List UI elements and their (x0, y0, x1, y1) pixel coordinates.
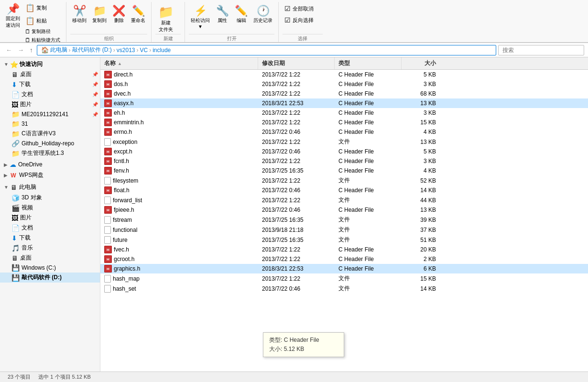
file-type: 文件 (335, 235, 402, 244)
table-row[interactable]: H fenv.h 2013/7/25 16:35C Header File4 K… (100, 166, 588, 175)
table-row[interactable]: hash_map 2013/7/22 1:22文件15 KB (100, 273, 588, 284)
select-all-button[interactable]: ☑全部取消 (283, 4, 323, 13)
sidebar-item-desktop2[interactable]: 🖥 桌面 (0, 253, 100, 263)
sidebar-item-quickaccess[interactable]: ▼ ⭐ 快速访问 (0, 59, 100, 69)
paste-button[interactable]: 📋粘贴 (23, 15, 62, 27)
new-folder-button[interactable]: 📁新建文件夹 (155, 4, 176, 34)
table-row[interactable]: future 2013/7/25 16:35文件51 KB (100, 235, 588, 245)
file-type: 文件 (335, 284, 402, 293)
file-size: 4 KB (402, 128, 440, 136)
table-row[interactable]: H fvec.h 2013/7/22 1:22C Header File20 K… (100, 245, 588, 254)
file-name: float.h (114, 187, 130, 194)
file-size: 3 KB (402, 109, 440, 117)
copy-button[interactable]: 📋复制 (23, 2, 62, 14)
table-row[interactable]: filesystem 2013/7/22 1:22文件52 KB (100, 175, 588, 186)
nav-back-button[interactable]: ← (4, 45, 14, 55)
table-row[interactable]: H float.h 2013/7/22 0:46C Header File14 … (100, 186, 588, 195)
sidebar-item-video[interactable]: 🎬 视频 (0, 203, 100, 213)
sidebar-item-daqimad[interactable]: 💾 敲代码软件 (D:) (0, 273, 100, 283)
sidebar-thispc-label: 此电脑 (19, 183, 36, 191)
file-date: 2013/7/22 1:22 (258, 109, 335, 117)
pin-button[interactable]: 📌 固定到速访问 (4, 2, 22, 30)
file-type: 文件 (335, 176, 402, 185)
paste-shortcut-button[interactable]: 🗒粘贴快捷方式 (23, 36, 62, 43)
table-row[interactable]: H excpt.h 2013/7/22 0:46C Header File5 K… (100, 147, 588, 156)
sidebar-item-downloads[interactable]: ⬇ 下载 📌 (0, 79, 100, 89)
table-row[interactable]: H dvec.h 2013/7/22 1:22C Header File68 K… (100, 89, 588, 98)
address-path[interactable]: 🏠 此电脑 › 敲代码软件 (D:) › vs2013 › VC › inclu… (37, 45, 497, 55)
copy-to-button[interactable]: 📁复制到 (90, 4, 109, 25)
quickaccess-icon: ⭐ (10, 61, 18, 68)
table-row[interactable]: H graphics.h 2018/3/21 22:53C Header Fil… (100, 264, 588, 273)
addr-vc[interactable]: VC (140, 47, 148, 54)
col-header-date[interactable]: 修改日期 (258, 57, 335, 69)
sidebar-item-github[interactable]: 🔗 Github_Holiday-repo (0, 139, 100, 148)
file-name: functional (113, 227, 137, 233)
delete-button[interactable]: ❌删除 (110, 4, 127, 25)
documents2-icon: 📄 (11, 224, 20, 232)
rename-button[interactable]: ✏️重命名 (129, 4, 147, 25)
file-list: H direct.h 2013/7/22 1:22C Header File5 … (100, 70, 588, 371)
sidebar-item-student[interactable]: 📁 学生管理系统1.3 (0, 148, 100, 158)
sidebar-item-clang[interactable]: 📁 C语言课件V3 (0, 129, 100, 139)
table-row[interactable]: hash_set 2013/7/22 0:46文件14 KB (100, 284, 588, 294)
sidebar-downloads-label: 下载 (19, 80, 31, 88)
table-row[interactable]: H direct.h 2013/7/22 1:22C Header File5 … (100, 70, 588, 79)
addr-this-pc[interactable]: 此电脑 (50, 46, 67, 54)
music-icon: 🎵 (11, 244, 20, 252)
table-row[interactable]: H eh.h 2013/7/22 1:22C Header File3 KB (100, 108, 588, 118)
file-size: 37 KB (402, 226, 440, 234)
file-h-icon: H (104, 148, 112, 155)
table-row[interactable]: forward_list 2013/7/22 1:22文件44 KB (100, 195, 588, 205)
sidebar-item-3d[interactable]: 🧊 3D 对象 (0, 193, 100, 203)
move-button[interactable]: ✂️移动到 (70, 4, 88, 25)
table-row[interactable]: H gcroot.h 2013/7/22 1:22C Header File2 … (100, 254, 588, 264)
sidebar-item-desktop[interactable]: 🖥 桌面 📌 (0, 69, 100, 79)
nav-forward-button[interactable]: → (16, 45, 26, 55)
file-size: 39 KB (402, 216, 440, 224)
sidebar-item-documents2[interactable]: 📄 文档 (0, 223, 100, 233)
col-header-type[interactable]: 类型 (335, 57, 402, 69)
file-name-cell: H gcroot.h (100, 255, 258, 263)
sidebar-item-documents[interactable]: 📄 文档 📌 (0, 89, 100, 99)
edit-button[interactable]: ✏️编辑 (233, 4, 250, 25)
table-row[interactable]: H fpieee.h 2013/7/22 0:46C Header File13… (100, 205, 588, 215)
sidebar-item-onedrive[interactable]: ▶ ☁ OneDrive (0, 159, 100, 170)
copy-path-button[interactable]: 🗒复制路径 (23, 28, 62, 35)
col-header-size[interactable]: 大小 (402, 57, 440, 69)
file-name: dvec.h (114, 90, 131, 97)
invert-select-button[interactable]: ☑反向选择 (283, 15, 323, 25)
table-row[interactable]: H fcntl.h 2013/7/22 1:22C Header File3 K… (100, 156, 588, 166)
search-input[interactable] (498, 45, 584, 55)
addr-vs2013[interactable]: vs2013 (117, 47, 135, 54)
sidebar-item-wps[interactable]: ▶ W WPS网盘 (0, 170, 100, 181)
file-size: 13 KB (402, 206, 440, 214)
sidebar-item-pictures[interactable]: 🖼 图片 📌 (0, 99, 100, 109)
tooltip-row-2: 大小: 5.12 KB (269, 345, 338, 354)
sidebar-item-music[interactable]: 🎵 音乐 (0, 243, 100, 253)
easy-access-button[interactable]: ⚡轻松访问▼ (189, 4, 212, 30)
sidebar-item-31[interactable]: 📁 31 (0, 119, 100, 129)
file-name-cell: H easyx.h (100, 99, 258, 108)
sidebar-item-me2019[interactable]: 📁 ME201911292141 📌 (0, 109, 100, 119)
col-header-name[interactable]: 名称 ▲ (100, 57, 258, 69)
sidebar-item-winc[interactable]: 💾 Windows (C:) (0, 263, 100, 273)
addr-d-drive[interactable]: 敲代码软件 (D:) (72, 46, 112, 54)
table-row[interactable]: exception 2013/7/22 1:22文件13 KB (100, 137, 588, 147)
addr-include[interactable]: include (152, 47, 171, 54)
table-row[interactable]: H emmintrin.h 2013/7/22 1:22C Header Fil… (100, 118, 588, 127)
sidebar-item-pictures2[interactable]: 🖼 图片 (0, 213, 100, 223)
table-row[interactable]: H dos.h 2013/7/22 1:22C Header File3 KB (100, 79, 588, 89)
table-row[interactable]: functional 2013/9/18 21:18文件37 KB (100, 225, 588, 235)
history-button[interactable]: 🕐历史记录 (251, 4, 274, 25)
sidebar-item-downloads2[interactable]: ⬇ 下载 (0, 233, 100, 243)
properties-button[interactable]: 🔧属性 (214, 4, 231, 25)
table-row[interactable]: fstream 2013/7/25 16:35文件39 KB (100, 215, 588, 225)
folder-icon-clang: 📁 (11, 130, 20, 138)
table-row[interactable]: H errno.h 2013/7/22 0:46C Header File4 K… (100, 127, 588, 137)
table-row[interactable]: H easyx.h 2018/3/21 22:53C Header File13… (100, 98, 588, 108)
nav-up-button[interactable]: ↑ (28, 45, 35, 55)
file-date: 2013/9/18 21:18 (258, 226, 335, 234)
file-h-icon: H (104, 246, 112, 253)
sidebar-item-thispc[interactable]: ▼ 🖥 此电脑 (0, 182, 100, 193)
